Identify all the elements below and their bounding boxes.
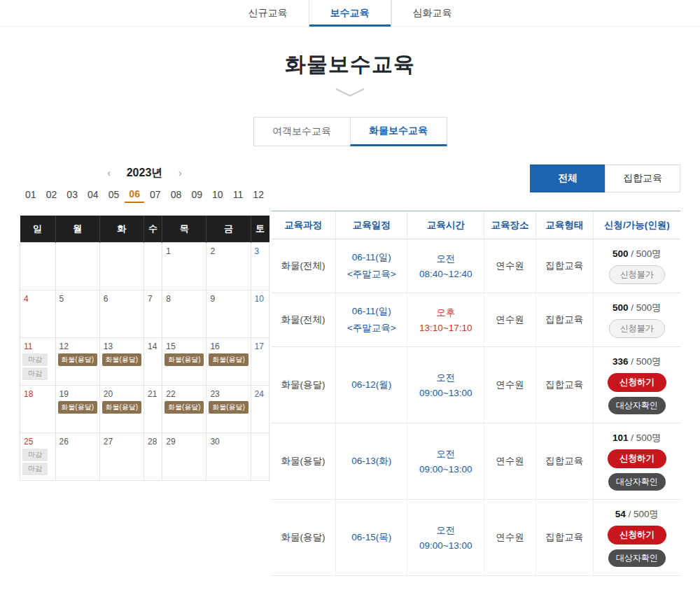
calendar-day-cell[interactable]: 2 [206,242,251,290]
column-header: 교육시간 [407,211,484,239]
month-item[interactable]: 05 [104,188,124,203]
calendar-day-cell [55,242,99,290]
apply-button[interactable]: 신청하기 [608,449,666,468]
calendar-event-badge[interactable]: 화물(용달) [209,353,248,366]
calendar-day-cell[interactable]: 16화물(용달) [206,337,251,385]
date-note: <주말교육> [339,322,404,335]
calendar-event-badge[interactable]: 화물(용달) [58,401,97,414]
date-cell: 06-13(화) [336,423,407,500]
calendar-day-cell[interactable]: 25마감마감 [20,433,56,480]
calendar-event-badge[interactable]: 화물(용달) [58,353,97,366]
month-item[interactable]: 10 [208,188,227,203]
calendar-closed-badge[interactable]: 마감 [22,367,48,380]
month-item[interactable]: 11 [229,188,248,203]
weekday-label: 월 [55,216,99,242]
target-check-button[interactable]: 대상자확인 [608,473,666,491]
month-item[interactable]: 07 [146,188,165,203]
calendar-day-cell[interactable]: 4 [20,290,56,337]
calendar-day-cell[interactable]: 24 [251,385,269,433]
calendar-day-cell[interactable]: 10 [251,290,269,337]
month-selector: 010203040506070809101112 [21,188,268,203]
apply-unavailable-button[interactable]: 신청불가 [609,319,665,338]
calendar-event-badge[interactable]: 화물(용달) [164,353,204,366]
next-year-button[interactable]: › [174,167,186,178]
education-table-row: 화물(용달)06-13(화)오전09:00~13:00연수원집합교육101 / … [271,423,680,500]
sub-tab[interactable]: 여객보수교육 [253,117,351,146]
calendar-day-cell[interactable]: 14 [144,337,162,385]
calendar-day-cell[interactable]: 29 [162,433,206,480]
month-item[interactable]: 12 [248,188,268,203]
month-item[interactable]: 01 [21,188,41,203]
calendar-day-cell[interactable]: 18 [20,385,56,433]
date-text: 06-12(월) [339,379,404,391]
top-tab[interactable]: 신규교육 [227,0,309,27]
calendar-day-cell[interactable]: 13화물(용달) [99,337,144,385]
day-number: 17 [253,340,267,352]
month-item[interactable]: 02 [42,188,62,203]
month-item[interactable]: 09 [187,188,206,203]
calendar-event-badge[interactable]: 화물(용달) [164,401,204,414]
calendar-day-cell[interactable]: 5 [55,290,99,337]
education-table-row: 화물(용달)06-12(월)오전09:00~13:00연수원집합교육336 / … [271,347,680,423]
month-item[interactable]: 03 [62,188,82,203]
apply-unavailable-button[interactable]: 신청불가 [609,265,665,284]
capacity-count: 54 / 500명 [596,508,678,521]
day-number: 15 [164,340,204,352]
calendar-day-cell[interactable]: 6 [99,290,144,337]
month-item[interactable]: 04 [83,188,103,203]
apply-button[interactable]: 신청하기 [608,373,666,392]
calendar-day-cell[interactable]: 3 [251,242,269,290]
time-cell: 오전09:00~13:00 [407,347,484,423]
calendar-weekday-row: 일월화수목금토 [20,216,270,242]
date-text: 06-11(일) [339,251,404,264]
filter-button[interactable]: 집합교육 [605,164,680,192]
apply-button[interactable]: 신청하기 [608,526,666,545]
calendar-event-badge[interactable]: 화물(용달) [209,401,248,414]
place-cell: 연수원 [484,347,536,423]
apply-cell: 500 / 500명신청불가 [593,239,680,293]
sub-tab[interactable]: 화물보수교육 [350,117,447,146]
calendar-day-cell[interactable]: 30 [206,433,251,480]
calendar-day-cell[interactable]: 8 [162,290,206,337]
calendar-day-cell[interactable]: 22화물(용달) [162,385,206,433]
calendar-closed-badge[interactable]: 마감 [22,463,48,475]
calendar-day-cell[interactable]: 28 [144,433,162,480]
calendar-day-cell[interactable]: 23화물(용달) [206,385,251,433]
calendar-event-badge[interactable]: 화물(용달) [102,353,141,366]
calendar-day-cell[interactable]: 26 [55,433,99,480]
weekday-label: 토 [251,216,269,242]
calendar-event-badge[interactable]: 화물(용달) [102,401,141,414]
time-cell: 오전09:00~13:00 [407,423,484,500]
calendar-day-cell[interactable]: 19화물(용달) [55,385,99,433]
month-item[interactable]: 06 [125,188,144,203]
weekday-label: 수 [144,216,162,242]
day-number: 29 [164,435,204,447]
prev-year-button[interactable]: ‹ [103,167,115,178]
target-check-button[interactable]: 대상자확인 [608,549,666,567]
main-content: ‹ 2023년 › 010203040506070809101112 일월화수목… [0,164,700,590]
calendar-day-cell[interactable]: 7 [144,290,162,337]
calendar-closed-badge[interactable]: 마감 [22,353,48,366]
top-tab[interactable]: 보수교육 [309,0,391,27]
calendar-day-cell[interactable]: 1 [162,242,206,290]
calendar-day-cell[interactable]: 20화물(용달) [99,385,144,433]
calendar-day-cell[interactable]: 21 [144,385,162,433]
calendar-closed-badge[interactable]: 마감 [22,449,48,461]
apply-cell: 336 / 500명신청하기대상자확인 [593,347,680,423]
day-number: 1 [164,245,204,257]
month-item[interactable]: 08 [167,188,186,203]
title-decoration-chevron-icon [335,87,365,97]
education-table-body: 화물(전체)06-11(일)<주말교육>오전08:40~12:40연수원집합교육… [271,239,680,576]
target-check-button[interactable]: 대상자확인 [608,397,666,414]
calendar-day-cell[interactable]: 12화물(용달) [55,337,99,385]
day-number: 23 [209,388,248,400]
calendar-day-cell[interactable]: 9 [206,290,251,337]
weekday-label: 목 [162,216,206,242]
calendar-day-cell[interactable]: 27 [99,433,144,480]
day-number: 26 [58,435,97,447]
filter-button[interactable]: 전체 [530,164,606,192]
calendar-day-cell[interactable]: 17 [251,337,269,385]
top-tab[interactable]: 심화교육 [391,0,473,27]
calendar-day-cell[interactable]: 15화물(용달) [162,337,206,385]
calendar-day-cell[interactable]: 11마감마감 [20,337,56,385]
